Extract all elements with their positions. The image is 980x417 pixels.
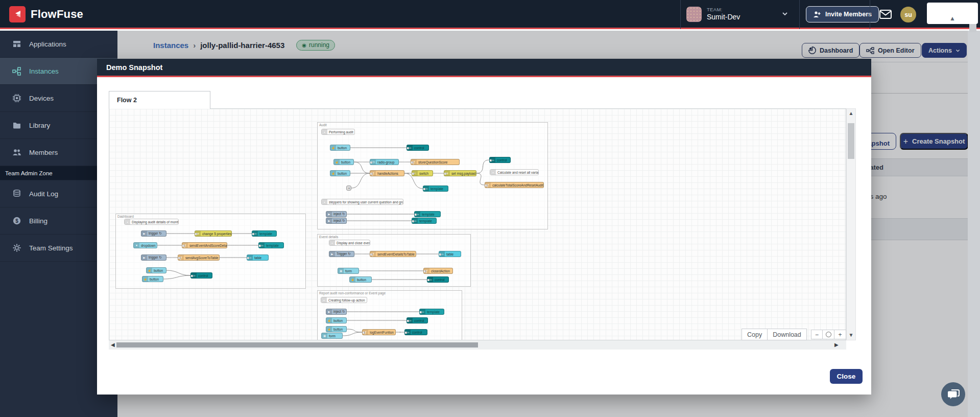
flow-node-inject: ▶trigger ↻ [141,230,166,237]
chat-bubbles-icon [947,389,960,400]
tab-flow-2[interactable]: Flow 2 [109,91,210,109]
flow-node-template: </>template [252,230,277,237]
invite-members-button[interactable]: Invite Members [806,6,879,22]
members-icon [12,148,21,157]
close-button-label: Close [837,373,856,380]
zoom-in-label: + [838,331,842,338]
scroll-left-icon[interactable]: ◀ [111,342,115,348]
devices-icon [12,94,21,103]
zoom-reset-icon [826,332,831,337]
team-label: TEAM: [707,7,740,13]
flow-node-radiogroup: </>radio-group [370,159,399,165]
instances-icon [12,66,21,76]
nav-divider [870,0,870,29]
app-root: FlowFuse TEAM: Sumit-Dev Invite Members … [0,0,980,417]
scrollbar-up-button[interactable]: ▲ [927,3,978,24]
flow-node-function: ƒsendEventAndScoreDetails [182,242,227,248]
zoom-in-button[interactable]: + [834,330,846,339]
flow-node-switch: <switch [412,170,433,176]
sidebar-item-label: Applications [29,40,66,48]
copy-button-label: Copy [747,331,762,338]
flow-node-function: ƒsendEventDetailsToTable [370,251,416,257]
brand-name: FlowFuse [31,8,83,21]
flow-node-function: ƒsendAvgScoreToTable [178,254,220,261]
flow-node-comment: ●Creating follow-up action [321,297,367,303]
database-icon [12,189,21,198]
nav-divider [680,0,681,29]
svg-text:$: $ [15,218,18,224]
user-avatar-initials: su [904,11,912,18]
flow-node-inject: ▶inject ↻ [326,218,347,224]
flow-node-button: ☝button [326,326,347,332]
flow-node-control: </>control [407,145,429,151]
scroll-up-icon: ▲ [949,16,955,21]
flow-node-function: ƒcalculateTotalScoreAndResetAudit [485,182,544,188]
flow-node-table: </>table [439,251,461,257]
scrollbar-thumb[interactable] [969,24,976,32]
sidebar-item-label: Devices [29,95,54,102]
flow-wires [109,109,846,340]
flow-node-function: ƒstoreQuestionScore [411,159,460,165]
modal-title: Demo Snapshot [106,63,162,72]
sidebar-item-label: Members [29,149,58,156]
applications-icon [12,39,21,49]
vertical-scrollbar-thumb[interactable] [848,123,854,159]
sidebar-item-applications[interactable]: Applications [0,31,117,58]
canvas-horizontal-scrollbar[interactable]: ◀ ▶ [109,340,846,350]
nav-divider [799,0,800,29]
zoom-out-button[interactable]: − [811,330,823,339]
top-navbar: FlowFuse TEAM: Sumit-Dev Invite Members … [0,0,980,29]
flow-node-control: </>control [190,272,212,279]
flow-node-comment: ●Display and close events [329,240,370,246]
flow-node-button: ☝button [349,276,372,283]
brand[interactable]: FlowFuse [9,6,83,22]
copy-button[interactable]: Copy [742,329,768,340]
gear-icon [12,243,21,252]
tab-flow-2-label: Flow 2 [117,97,137,104]
flow-node-form: ▦form [321,333,343,339]
modal-header: Demo Snapshot [97,59,871,77]
flow-node-comment: ●steppers for showing user current quest… [321,199,403,205]
zoom-reset-button[interactable] [823,330,834,339]
demo-snapshot-modal: Demo Snapshot Flow 2 AuditDashboardEvent… [97,59,871,395]
folder-icon [12,121,21,130]
page-scrollbar-track[interactable] [968,31,980,417]
close-button[interactable]: Close [830,369,863,384]
chat-widget-button[interactable] [941,382,965,406]
sidebar-section-label: Team Admin Zone [5,170,53,176]
zoom-out-label: − [815,331,819,338]
scroll-right-icon[interactable]: ▶ [834,342,839,348]
flow-node-inject: ▶inject ↻ [326,309,347,315]
flow-node-template: </>template [258,242,284,248]
mail-icon[interactable] [879,10,892,21]
flow-node-control: </>control [404,329,427,335]
flow-node-comment: ●Performing audit [321,129,355,135]
horizontal-scrollbar-thumb[interactable] [116,342,478,348]
flow-node-button: ☝button [146,267,166,273]
flow-node-button: ☝button [333,159,354,165]
team-selector[interactable]: TEAM: Sumit-Dev [686,5,795,24]
chevron-down-icon[interactable] [781,10,788,19]
flow-node-control: </>control [489,157,511,163]
billing-icon: $ [12,216,21,225]
flow-node-function: ƒclosedAction [423,268,453,274]
zoom-controls: − + [811,330,846,339]
team-avatar [686,7,702,22]
canvas-vertical-scrollbar[interactable]: ▲ ▼ [846,108,856,340]
flow-node-inject: ▶Trigger ↻ [329,251,354,257]
user-avatar[interactable]: su [900,7,916,22]
team-name: Sumit-Dev [707,13,740,21]
flow-node-inject: ▶trigger ↻ [141,254,166,261]
sidebar-item-label: Instances [29,67,59,75]
flow-node-button: ☝button [326,317,347,323]
scroll-up-icon[interactable]: ▲ [847,110,855,116]
scroll-down-icon[interactable]: ▼ [847,332,855,338]
flow-node-change: ⇄change 5 properties [195,230,232,237]
invite-members-label: Invite Members [825,11,872,18]
download-button[interactable]: Download [768,329,807,340]
flow-node-button: ☝button [330,170,350,176]
flow-node-form: ▦form [338,268,359,274]
person-plus-icon [813,11,821,18]
flow-node-inject: ▶inject ↻ [326,211,347,217]
flow-canvas[interactable]: AuditDashboardEvent detailsReport audit … [109,108,846,340]
